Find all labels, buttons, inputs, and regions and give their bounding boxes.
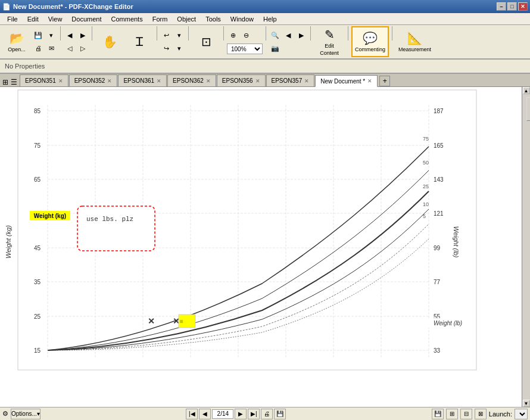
tab-epson356[interactable]: EPSON356 ✕ xyxy=(217,74,266,86)
tab-newdoc[interactable]: New Document * ✕ xyxy=(315,75,378,87)
save-page-button[interactable]: 💾 xyxy=(274,409,286,419)
zoom-prev-button[interactable]: ◀ xyxy=(282,29,294,41)
tab-epson352[interactable]: EPSON352 ✕ xyxy=(69,74,118,86)
svg-rect-45 xyxy=(77,206,155,251)
nav-right2[interactable]: ▷ xyxy=(77,42,89,54)
menu-object[interactable]: Object xyxy=(172,14,201,24)
menu-edit[interactable]: Edit xyxy=(23,14,43,24)
svg-text:Weight (kg): Weight (kg) xyxy=(34,213,66,219)
scrollbar-right[interactable]: ▲ ▼ xyxy=(522,87,530,407)
zoom-in-button[interactable]: ⊕ xyxy=(227,29,239,41)
svg-text:15: 15 xyxy=(34,347,41,354)
save-button[interactable]: 💾 xyxy=(32,29,44,41)
tab-close-epson356[interactable]: ✕ xyxy=(255,78,260,84)
fit-page-button[interactable]: ⊡ xyxy=(192,26,220,57)
view-mode-3-button[interactable]: ⊠ xyxy=(475,409,487,419)
scroll-up-button[interactable]: ▲ xyxy=(523,87,530,94)
chart-svg: 85 75 65 55 45 35 25 15 187 165 143 121 … xyxy=(0,87,500,373)
svg-text:50: 50 xyxy=(423,160,429,166)
email-button[interactable]: ✉ xyxy=(45,42,57,54)
print-button[interactable]: 🖨 xyxy=(32,42,44,54)
tab-list-icon[interactable]: ⊞ xyxy=(2,78,8,86)
maximize-button[interactable]: □ xyxy=(507,2,517,11)
menu-view[interactable]: View xyxy=(43,14,67,24)
svg-text:99: 99 xyxy=(434,245,441,251)
select-tool[interactable]: Ꮖ xyxy=(125,26,154,57)
zoom-marquee-button[interactable]: 🔍 xyxy=(269,29,281,41)
tab-label-newdoc: New Document * xyxy=(320,78,365,85)
svg-text:121: 121 xyxy=(434,210,444,217)
fit-page-icon: ⊡ xyxy=(201,35,211,49)
new-tab-button[interactable]: + xyxy=(379,76,390,86)
prev-page-button[interactable]: ◀ xyxy=(199,409,211,419)
menu-form[interactable]: Form xyxy=(148,14,173,24)
document-canvas[interactable]: 85 75 65 55 45 35 25 15 187 165 143 121 … xyxy=(0,87,522,407)
page-input[interactable] xyxy=(212,409,233,419)
svg-text:25: 25 xyxy=(34,313,41,320)
scroll-down-button[interactable]: ▼ xyxy=(523,400,530,407)
first-page-button[interactable]: |◀ xyxy=(186,409,198,419)
main-content: 85 75 65 55 45 35 25 15 187 165 143 121 … xyxy=(0,87,530,407)
tab-close-newdoc[interactable]: ✕ xyxy=(367,78,372,84)
menu-document[interactable]: Document xyxy=(67,14,106,24)
view-mode-1-button[interactable]: ⊞ xyxy=(446,409,458,419)
zoom-next-button[interactable]: ▶ xyxy=(295,29,307,41)
tab-label-epson356: EPSON356 xyxy=(222,77,253,84)
forward-button[interactable]: ▶ xyxy=(77,29,89,41)
close-button[interactable]: ✕ xyxy=(518,2,528,11)
options-button[interactable]: Options... ▾ xyxy=(11,409,40,419)
back-button[interactable]: ◀ xyxy=(64,29,76,41)
undo-dropdown[interactable]: ▾ xyxy=(173,29,185,41)
menu-file[interactable]: File xyxy=(2,14,23,24)
undo-button[interactable]: ↩ xyxy=(160,29,172,41)
tab-label-epson357: EPSON357 xyxy=(272,77,303,84)
view-mode-2-button[interactable]: ⊟ xyxy=(460,409,472,419)
measurement-icon: 📐 xyxy=(407,31,422,45)
tab-menu-icon[interactable]: ☰ xyxy=(11,78,17,86)
tab-close-epson357[interactable]: ✕ xyxy=(304,78,309,84)
tab-epson351[interactable]: EPSON351 ✕ xyxy=(20,74,68,86)
zoom-select[interactable]: 100% 75% 150% xyxy=(227,43,263,54)
tab-label-epson361: EPSON361 xyxy=(123,77,154,84)
svg-text:25: 25 xyxy=(423,183,429,189)
launch-select[interactable] xyxy=(515,409,528,419)
title-bar: 📄 New Document* - PDF-XChange Editor – □… xyxy=(0,0,530,13)
tab-close-epson362[interactable]: ✕ xyxy=(206,78,211,84)
redo-dropdown[interactable]: ▾ xyxy=(173,42,185,54)
save-dropdown[interactable]: ▾ xyxy=(45,29,57,41)
measurement-button[interactable]: 📐 Measurement xyxy=(395,26,434,57)
redo-button[interactable]: ↪ xyxy=(160,42,172,54)
tab-close-epson352[interactable]: ✕ xyxy=(107,78,112,84)
tab-close-epson361[interactable]: ✕ xyxy=(157,78,161,84)
svg-text:45: 45 xyxy=(34,245,41,251)
window-title: New Document* - PDF-XChange Editor xyxy=(13,3,133,10)
nav-group: ◀ ▶ ◁ ▷ xyxy=(64,26,89,57)
tab-epson357[interactable]: EPSON357 ✕ xyxy=(266,74,315,86)
tab-epson362[interactable]: EPSON362 ✕ xyxy=(167,74,216,86)
nav-left2[interactable]: ◁ xyxy=(64,42,76,54)
title-bar-controls: – □ ✕ xyxy=(497,2,528,11)
svg-text:10: 10 xyxy=(423,201,429,207)
print-page-button[interactable]: 🖨 xyxy=(261,409,273,419)
last-page-button[interactable]: ▶| xyxy=(248,409,260,419)
edit-content-button[interactable]: ✎ Edit Content xyxy=(314,26,345,57)
hand-tool[interactable]: ✋ xyxy=(95,26,124,57)
next-page-button[interactable]: ▶ xyxy=(235,409,247,419)
snapshot-button[interactable]: 📷 xyxy=(269,42,281,54)
menu-tools[interactable]: Tools xyxy=(201,14,226,24)
menu-window[interactable]: Window xyxy=(226,14,258,24)
tab-bar: ⊞ ☰ EPSON351 ✕ EPSON352 ✕ EPSON361 ✕ EPS… xyxy=(0,74,530,87)
menu-comments[interactable]: Comments xyxy=(107,14,148,24)
tab-epson361[interactable]: EPSON361 ✕ xyxy=(118,74,167,86)
menu-help[interactable]: Help xyxy=(258,14,282,24)
minimize-button[interactable]: – xyxy=(497,2,506,11)
commenting-button[interactable]: 💬 Commenting xyxy=(351,26,389,57)
app-icon: 📄 xyxy=(2,3,11,11)
open-button[interactable]: 📂 Open... xyxy=(2,26,31,57)
tab-close-epson351[interactable]: ✕ xyxy=(58,78,63,84)
scroll-thumb[interactable] xyxy=(526,97,531,121)
hand-icon: ✋ xyxy=(102,35,117,49)
tab-bar-icons: ⊞ ☰ xyxy=(0,78,20,86)
zoom-out-button[interactable]: ⊖ xyxy=(240,29,252,41)
save-right-button[interactable]: 💾 xyxy=(432,409,444,419)
